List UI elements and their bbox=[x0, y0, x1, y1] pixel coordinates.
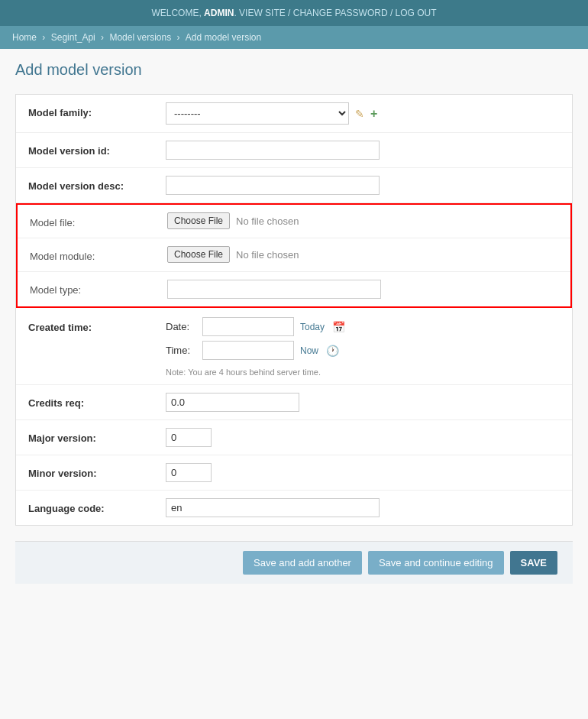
now-button[interactable]: Now bbox=[300, 345, 318, 356]
model-module-choose-btn[interactable]: Choose File bbox=[167, 246, 230, 263]
language-code-input[interactable] bbox=[166, 498, 380, 517]
add-model-family-icon[interactable]: + bbox=[370, 107, 377, 121]
credits-req-field bbox=[166, 393, 560, 412]
model-family-row: Model family: -------- ✎ + bbox=[16, 95, 572, 133]
credits-req-input[interactable] bbox=[166, 393, 299, 412]
breadcrumb-current: Add model version bbox=[186, 32, 261, 43]
model-version-id-label: Model version id: bbox=[28, 141, 166, 157]
model-family-field: -------- ✎ + bbox=[166, 102, 560, 125]
datetime-section: Date: Today 📅 Time: Now 🕐 Note: You are … bbox=[166, 317, 345, 377]
model-type-label: Model type: bbox=[30, 280, 167, 296]
model-file-row: Model file: Choose File No file chosen bbox=[18, 205, 570, 238]
created-time-field: Date: Today 📅 Time: Now 🕐 Note: You are … bbox=[166, 317, 560, 377]
log-out-link[interactable]: LOG OUT bbox=[396, 8, 437, 18]
model-family-select[interactable]: -------- bbox=[166, 102, 349, 125]
model-file-no-file: No file chosen bbox=[236, 215, 299, 227]
date-row: Date: Today 📅 bbox=[166, 317, 345, 336]
model-version-desc-input[interactable] bbox=[166, 176, 380, 195]
model-version-id-input[interactable] bbox=[166, 141, 380, 160]
submit-row: Save and add another Save and continue e… bbox=[15, 541, 573, 584]
model-version-desc-row: Model version desc: bbox=[16, 168, 572, 203]
model-type-field bbox=[167, 280, 558, 299]
save-and-add-another-button[interactable]: Save and add another bbox=[243, 551, 362, 575]
created-time-label: Created time: bbox=[28, 317, 166, 333]
model-file-field: Choose File No file chosen bbox=[167, 212, 558, 229]
breadcrumb-segint-api[interactable]: Segint_Api bbox=[51, 32, 95, 43]
main-content: Add model version Model family: --------… bbox=[0, 49, 588, 596]
model-version-id-row: Model version id: bbox=[16, 133, 572, 168]
minor-version-label: Minor version: bbox=[28, 463, 166, 479]
credits-req-row: Credits req: bbox=[16, 385, 572, 420]
change-password-link[interactable]: CHANGE PASSWORD bbox=[293, 8, 388, 18]
model-version-id-field bbox=[166, 141, 560, 160]
model-module-no-file: No file chosen bbox=[236, 249, 299, 261]
model-type-input[interactable] bbox=[167, 280, 381, 299]
highlighted-section: Model file: Choose File No file chosen M… bbox=[16, 203, 572, 308]
model-file-input-wrapper: Choose File No file chosen bbox=[167, 212, 299, 229]
language-code-label: Language code: bbox=[28, 498, 166, 514]
save-button[interactable]: SAVE bbox=[510, 551, 557, 575]
minor-version-row: Minor version: bbox=[16, 455, 572, 491]
model-module-row: Model module: Choose File No file chosen bbox=[18, 238, 570, 272]
model-type-row: Model type: bbox=[18, 272, 570, 306]
model-family-label: Model family: bbox=[28, 102, 166, 118]
breadcrumb-model-versions[interactable]: Model versions bbox=[109, 32, 171, 43]
major-version-label: Major version: bbox=[28, 428, 166, 444]
model-version-desc-label: Model version desc: bbox=[28, 176, 166, 192]
model-module-input-wrapper: Choose File No file chosen bbox=[167, 246, 299, 263]
view-site-link[interactable]: VIEW SITE bbox=[239, 8, 286, 18]
model-file-label: Model file: bbox=[30, 212, 167, 228]
date-label: Date: bbox=[166, 321, 196, 332]
time-label: Time: bbox=[166, 345, 196, 356]
model-file-choose-btn[interactable]: Choose File bbox=[167, 212, 230, 229]
save-and-continue-editing-button[interactable]: Save and continue editing bbox=[368, 551, 504, 575]
time-input[interactable] bbox=[202, 341, 294, 360]
clock-icon[interactable]: 🕐 bbox=[326, 345, 339, 357]
admin-link[interactable]: ADMIN bbox=[204, 8, 234, 18]
model-version-desc-field bbox=[166, 176, 560, 195]
edit-model-family-icon[interactable]: ✎ bbox=[355, 108, 364, 120]
model-module-label: Model module: bbox=[30, 246, 167, 262]
created-time-row: Created time: Date: Today 📅 Time: Now 🕐 bbox=[16, 308, 572, 385]
model-module-field: Choose File No file chosen bbox=[167, 246, 558, 263]
major-version-field bbox=[166, 428, 560, 447]
date-input[interactable] bbox=[202, 317, 294, 336]
time-row: Time: Now 🕐 bbox=[166, 341, 345, 360]
major-version-input[interactable] bbox=[166, 428, 212, 447]
datetime-note: Note: You are 4 hours behind server time… bbox=[166, 368, 345, 377]
form-container: Model family: -------- ✎ + Model version… bbox=[15, 94, 573, 526]
calendar-icon[interactable]: 📅 bbox=[332, 321, 345, 333]
major-version-row: Major version: bbox=[16, 420, 572, 455]
language-code-field bbox=[166, 498, 560, 517]
language-code-row: Language code: bbox=[16, 491, 572, 525]
top-bar: WELCOME, ADMIN. VIEW SITE / CHANGE PASSW… bbox=[0, 0, 588, 26]
minor-version-field bbox=[166, 463, 560, 482]
breadcrumb-home[interactable]: Home bbox=[12, 32, 37, 43]
breadcrumb: Home › Segint_Api › Model versions › Add… bbox=[0, 26, 588, 49]
today-button[interactable]: Today bbox=[300, 322, 325, 332]
welcome-text: WELCOME, bbox=[151, 8, 204, 18]
credits-req-label: Credits req: bbox=[28, 393, 166, 409]
page-title: Add model version bbox=[15, 61, 573, 79]
minor-version-input[interactable] bbox=[166, 463, 212, 482]
